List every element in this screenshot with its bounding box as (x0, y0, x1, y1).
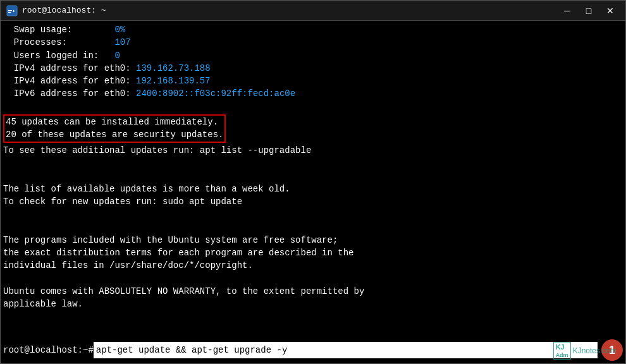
update-line-2: 20 of these updates are security updates… (6, 128, 223, 141)
window-title: root@localhost: ~ (22, 6, 557, 15)
blank-line-1 (3, 100, 620, 113)
users-line: Users logged in: 0 (3, 49, 620, 62)
command-prompt: root@localhost:~# (3, 345, 94, 355)
programs-line-1: The programs included with the Ubuntu sy… (3, 234, 620, 246)
ubuntu-line-1: Ubuntu comes with ABSOLUTELY NO WARRANTY… (3, 285, 620, 298)
maximize-button[interactable]: □ (579, 2, 599, 20)
update-line-1: 45 updates can be installed immediately. (6, 116, 223, 128)
svg-rect-2 (8, 10, 12, 11)
ubuntu-line-2: applicable law. (3, 298, 620, 310)
window-controls: ─ □ ✕ (557, 2, 620, 20)
ipv6-line: IPv6 address for eth0: 2400:8902::f03c:9… (3, 87, 620, 100)
ipv4b-line: IPv4 address for eth0: 192.168.139.57 (3, 75, 620, 87)
svg-rect-1 (7, 6, 17, 9)
ipv4a-line: IPv4 address for eth0: 139.162.73.188 (3, 62, 620, 75)
check-new-line: To check for new updates run: sudo apt u… (3, 195, 620, 208)
blank-line-4 (3, 208, 620, 221)
command-input[interactable] (94, 342, 598, 358)
terminal-output[interactable]: Swap usage: 0% Processes: 107 Users logg… (1, 21, 625, 338)
list-old-line: The list of available updates is more th… (3, 183, 620, 195)
terminal-area: Swap usage: 0% Processes: 107 Users logg… (1, 21, 625, 338)
terminal-window: root@localhost: ~ ─ □ ✕ Swap usage: 0% P… (0, 0, 626, 364)
step-badge: 1 (601, 339, 623, 361)
swap-line: Swap usage: 0% (3, 23, 620, 36)
programs-line-2: the exact distribution terms for each pr… (3, 246, 620, 259)
blank-line-3 (3, 169, 620, 182)
programs-line-3: individual files in /usr/share/doc/*/cop… (3, 259, 620, 272)
command-bar: root@localhost:~# 1 KJAdm KJnotes.com (1, 338, 625, 363)
svg-rect-3 (8, 12, 11, 13)
update-warning-box: 45 updates can be installed immediately.… (3, 114, 226, 143)
proc-line: Processes: 107 (3, 36, 620, 49)
title-bar: root@localhost: ~ ─ □ ✕ (1, 1, 625, 21)
blank-line-2 (3, 157, 620, 169)
blank-line-5 (3, 221, 620, 233)
close-button[interactable]: ✕ (600, 2, 620, 20)
blank-line-6 (3, 272, 620, 285)
update-additional-line: To see these additional updates run: apt… (3, 144, 620, 157)
minimize-button[interactable]: ─ (557, 2, 577, 20)
terminal-icon (6, 4, 18, 17)
